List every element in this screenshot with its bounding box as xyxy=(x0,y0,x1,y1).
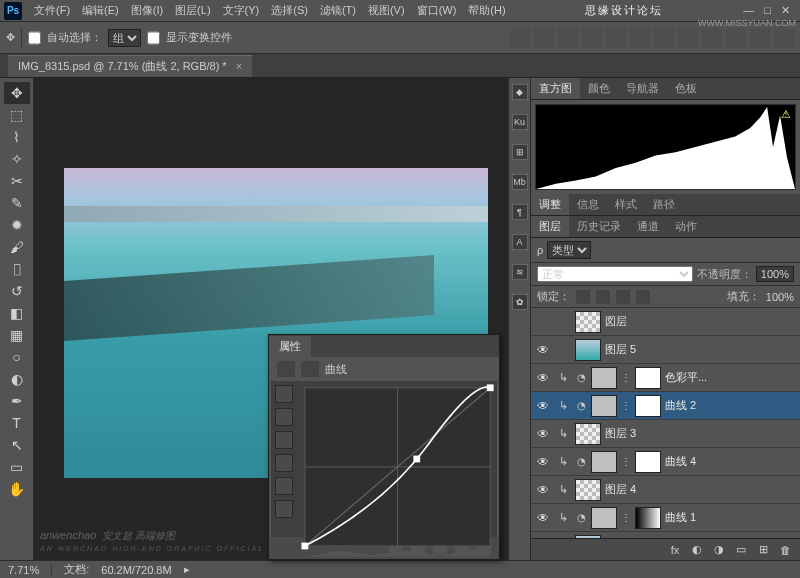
crop-tool[interactable]: ✂ xyxy=(4,170,30,192)
menu-select[interactable]: 选择(S) xyxy=(265,1,314,20)
layer-row[interactable]: 👁↳◔⋮曲线 2 xyxy=(531,392,800,420)
layer-row[interactable]: 👁↳图层 3 xyxy=(531,420,800,448)
status-doc-size[interactable]: 60.2M/720.8M xyxy=(101,564,171,576)
menu-type[interactable]: 文字(Y) xyxy=(217,1,266,20)
history-brush-tool[interactable]: ↺ xyxy=(4,280,30,302)
auto-select-target-select[interactable]: 组 xyxy=(108,29,141,47)
tab-actions[interactable]: 动作 xyxy=(667,216,705,237)
align-icon[interactable] xyxy=(534,28,554,48)
dock-icon[interactable]: Mb xyxy=(512,174,528,190)
tab-history[interactable]: 历史记录 xyxy=(569,216,629,237)
filter-kind-icon[interactable]: ρ xyxy=(537,244,543,256)
gradient-tool[interactable]: ▦ xyxy=(4,324,30,346)
tab-adjustments[interactable]: 调整 xyxy=(531,194,569,215)
move-tool[interactable]: ✥ xyxy=(4,82,30,104)
opacity-value[interactable]: 100% xyxy=(756,266,794,282)
layer-group-icon[interactable]: ▭ xyxy=(734,543,748,557)
menu-edit[interactable]: 编辑(E) xyxy=(76,1,125,20)
layer-name[interactable]: 图层 5 xyxy=(605,342,796,357)
distribute-icon[interactable] xyxy=(678,28,698,48)
blur-tool[interactable]: ○ xyxy=(4,346,30,368)
distribute-icon[interactable] xyxy=(654,28,674,48)
menu-file[interactable]: 文件(F) xyxy=(28,1,76,20)
filter-kind-select[interactable]: 类型 xyxy=(547,241,591,259)
layer-name[interactable]: 图层 4 xyxy=(605,482,796,497)
tab-paths[interactable]: 路径 xyxy=(645,194,683,215)
brush-tool[interactable]: 🖌 xyxy=(4,236,30,258)
layer-mask-thumb[interactable] xyxy=(635,395,661,417)
marquee-tool[interactable]: ⬚ xyxy=(4,104,30,126)
document-tab[interactable]: IMG_8315.psd @ 7.71% (曲线 2, RGB/8) * × xyxy=(8,55,252,77)
path-tool[interactable]: ↖ xyxy=(4,434,30,456)
tab-styles[interactable]: 样式 xyxy=(607,194,645,215)
menu-window[interactable]: 窗口(W) xyxy=(411,1,463,20)
menu-image[interactable]: 图像(I) xyxy=(125,1,169,20)
new-layer-icon[interactable]: ⊞ xyxy=(756,543,770,557)
layer-mask-thumb[interactable] xyxy=(635,451,661,473)
type-tool[interactable]: T xyxy=(4,412,30,434)
shape-tool[interactable]: ▭ xyxy=(4,456,30,478)
tab-swatches[interactable]: 色板 xyxy=(667,78,705,99)
visibility-toggle-icon[interactable]: 👁 xyxy=(535,371,551,385)
visibility-toggle-icon[interactable]: 👁 xyxy=(535,343,551,357)
dock-icon[interactable]: ≋ xyxy=(512,264,528,280)
show-transform-checkbox[interactable] xyxy=(147,29,160,47)
layer-name[interactable]: 图层 3 xyxy=(605,426,796,441)
layer-row[interactable]: 👁图层 5 xyxy=(531,336,800,364)
layer-mask-thumb[interactable] xyxy=(635,367,661,389)
layer-name[interactable]: 図层 xyxy=(605,314,796,329)
visibility-toggle-icon[interactable]: 👁 xyxy=(535,399,551,413)
dock-icon[interactable]: ✿ xyxy=(512,294,528,310)
lock-position-icon[interactable] xyxy=(616,290,630,304)
link-mask-icon[interactable]: ⋮ xyxy=(621,456,631,467)
dodge-tool[interactable]: ◐ xyxy=(4,368,30,390)
menu-view[interactable]: 视图(V) xyxy=(362,1,411,20)
dock-icon[interactable]: Ku xyxy=(512,114,528,130)
menu-filter[interactable]: 滤镜(T) xyxy=(314,1,362,20)
visibility-toggle-icon[interactable]: 👁 xyxy=(535,427,551,441)
align-icon[interactable] xyxy=(510,28,530,48)
distribute-icon[interactable] xyxy=(702,28,722,48)
align-icon[interactable] xyxy=(630,28,650,48)
menu-layer[interactable]: 图层(L) xyxy=(169,1,216,20)
dock-icon[interactable]: ⊞ xyxy=(512,144,528,160)
window-maximize-icon[interactable]: □ xyxy=(764,4,771,17)
layer-thumbnail[interactable] xyxy=(591,367,617,389)
layer-row[interactable]: 図层 xyxy=(531,308,800,336)
layer-mask-thumb[interactable] xyxy=(635,507,661,529)
histogram-warning-icon[interactable]: ⚠ xyxy=(781,108,791,121)
layer-name[interactable]: 曲线 2 xyxy=(665,398,796,413)
tab-channels[interactable]: 通道 xyxy=(629,216,667,237)
layer-thumbnail[interactable] xyxy=(591,507,617,529)
layer-thumbnail[interactable] xyxy=(575,423,601,445)
magic-wand-tool[interactable]: ✧ xyxy=(4,148,30,170)
layer-list[interactable]: 図层👁图层 5👁↳◔⋮色彩平...👁↳◔⋮曲线 2👁↳图层 3👁↳◔⋮曲线 4👁… xyxy=(531,308,800,538)
tab-info[interactable]: 信息 xyxy=(569,194,607,215)
layer-row[interactable]: 👁↳◔⋮色彩平... xyxy=(531,364,800,392)
distribute-icon[interactable] xyxy=(750,28,770,48)
tab-navigator[interactable]: 导航器 xyxy=(618,78,667,99)
layer-thumbnail[interactable] xyxy=(591,395,617,417)
lock-all-icon[interactable] xyxy=(636,290,650,304)
tab-histogram[interactable]: 直方图 xyxy=(531,78,580,99)
tab-layers[interactable]: 图层 xyxy=(531,216,569,237)
blend-mode-select[interactable]: 正常 xyxy=(537,266,693,282)
eyedropper-tool[interactable]: ✎ xyxy=(4,192,30,214)
pen-tool[interactable]: ✒ xyxy=(4,390,30,412)
menu-help[interactable]: 帮助(H) xyxy=(462,1,511,20)
dock-icon[interactable]: A xyxy=(512,234,528,250)
visibility-toggle-icon[interactable]: 👁 xyxy=(535,455,551,469)
layer-thumbnail[interactable] xyxy=(575,479,601,501)
tab-color[interactable]: 颜色 xyxy=(580,78,618,99)
window-close-icon[interactable]: ✕ xyxy=(781,4,790,17)
healing-tool[interactable]: ✹ xyxy=(4,214,30,236)
align-icon[interactable] xyxy=(558,28,578,48)
visibility-toggle-icon[interactable]: 👁 xyxy=(535,483,551,497)
curves-graph[interactable] xyxy=(271,381,497,537)
hand-tool[interactable]: ✋ xyxy=(4,478,30,500)
layer-name[interactable]: 色彩平... xyxy=(665,370,796,385)
window-minimize-icon[interactable]: — xyxy=(743,4,754,17)
layer-adjust-icon[interactable]: ◑ xyxy=(712,543,726,557)
status-zoom[interactable]: 7.71% xyxy=(8,564,39,576)
layer-name[interactable]: 曲线 1 xyxy=(665,510,796,525)
